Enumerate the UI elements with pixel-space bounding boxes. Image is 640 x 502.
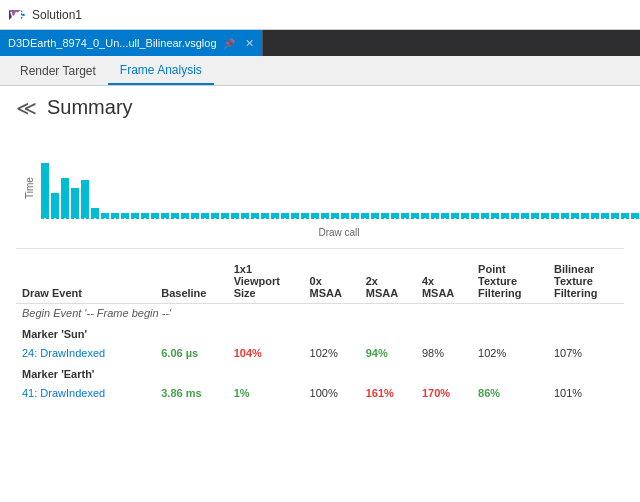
- chart-bar: [271, 213, 279, 218]
- chart-area: [41, 139, 640, 219]
- chart-bar: [211, 213, 219, 218]
- chart-bar: [281, 213, 289, 218]
- col-header-bilinear-filter: Bilinear Texture Filtering: [548, 259, 624, 304]
- table-body: Begin Event '-- Frame begin --'Marker 'S…: [16, 304, 624, 403]
- chart-bar: [81, 180, 89, 218]
- chart-bar: [561, 213, 569, 218]
- chart-bar: [541, 213, 549, 218]
- col-header-point-filter: Point Texture Filtering: [472, 259, 548, 304]
- baseline-cell: 6.06 µs: [155, 344, 227, 362]
- chart-container: Time Draw call: [24, 131, 624, 238]
- viewport-cell: 104%: [228, 344, 304, 362]
- chart-bar: [191, 213, 199, 218]
- col-header-draw-event: Draw Event: [16, 259, 155, 304]
- point-filter-cell: 102%: [472, 344, 548, 362]
- chart-bar: [461, 213, 469, 218]
- chart-bar: [311, 213, 319, 218]
- summary-title: Summary: [47, 96, 133, 119]
- chart-bar: [341, 213, 349, 218]
- chart-bar: [291, 213, 299, 218]
- chart-bar: [471, 213, 479, 218]
- chart-bar: [181, 213, 189, 218]
- chart-bar: [331, 213, 339, 218]
- chart-bar: [71, 188, 79, 218]
- file-tab-name: D3DEarth_8974_0_Un...ull_Bilinear.vsglog: [8, 37, 217, 49]
- chart-bar: [111, 213, 119, 218]
- chart-bar: [491, 213, 499, 218]
- draw-event-cell: 24: DrawIndexed: [16, 344, 155, 362]
- chart-bar: [431, 213, 439, 218]
- chart-bar: [91, 208, 99, 218]
- chart-bar: [151, 213, 159, 218]
- vs-logo-icon: VS: [8, 6, 26, 24]
- chart-bar: [351, 213, 359, 218]
- data-table: Draw Event Baseline 1x1 Viewport Size 0x…: [16, 259, 624, 402]
- baseline-cell: 3.86 ms: [155, 384, 227, 402]
- msaa4x-cell: 98%: [416, 344, 472, 362]
- section-label: Marker 'Sun': [16, 322, 624, 344]
- chart-bar: [441, 213, 449, 218]
- summary-header: ≪ Summary: [16, 96, 624, 119]
- chart-bar: [261, 213, 269, 218]
- chart-bar: [601, 213, 609, 218]
- bilinear-filter-cell: 107%: [548, 344, 624, 362]
- table-row: 41: DrawIndexed3.86 ms1%100%161%170%86%1…: [16, 384, 624, 402]
- point-filter-cell: 86%: [472, 384, 548, 402]
- msaa0x-cell: 100%: [304, 384, 360, 402]
- chart-bar: [531, 213, 539, 218]
- file-tab-close-button[interactable]: ✕: [245, 37, 254, 50]
- tab-frame-analysis[interactable]: Frame Analysis: [108, 56, 214, 85]
- chart-bar: [421, 213, 429, 218]
- app-title: Solution1: [32, 8, 82, 22]
- chart-bar: [241, 213, 249, 218]
- col-header-viewport: 1x1 Viewport Size: [228, 259, 304, 304]
- msaa0x-cell: 102%: [304, 344, 360, 362]
- chart-bar: [221, 213, 229, 218]
- chart-bar: [591, 213, 599, 218]
- chart-bar: [451, 213, 459, 218]
- chart-bar: [61, 178, 69, 218]
- title-bar: VS Solution1: [0, 0, 640, 30]
- chart-bar: [231, 213, 239, 218]
- chart-bar: [41, 163, 49, 218]
- chart-bar: [121, 213, 129, 218]
- tab-render-target[interactable]: Render Target: [8, 56, 108, 85]
- chart-bar: [511, 213, 519, 218]
- collapse-chevron-icon[interactable]: ≪: [16, 98, 37, 118]
- table-row: Marker 'Earth': [16, 362, 624, 384]
- chart-bar: [51, 193, 59, 218]
- file-tab[interactable]: D3DEarth_8974_0_Un...ull_Bilinear.vsglog…: [0, 30, 263, 56]
- chart-bar: [411, 213, 419, 218]
- table-row: 24: DrawIndexed6.06 µs104%102%94%98%102%…: [16, 344, 624, 362]
- msaa4x-cell: 170%: [416, 384, 472, 402]
- chart-bars: [41, 139, 640, 218]
- chart-bar: [171, 213, 179, 218]
- col-header-msaa4x: 4x MSAA: [416, 259, 472, 304]
- main-content: ≪ Summary Time Draw call Draw Event Base…: [0, 86, 640, 502]
- chart-bar: [101, 213, 109, 218]
- chart-bar: [201, 213, 209, 218]
- chart-bar: [371, 213, 379, 218]
- chart-bar: [381, 213, 389, 218]
- draw-event-link[interactable]: 41: DrawIndexed: [22, 387, 105, 399]
- chart-bar: [131, 213, 139, 218]
- draw-event-cell: 41: DrawIndexed: [16, 384, 155, 402]
- svg-text:VS: VS: [10, 10, 25, 22]
- chart-bar: [501, 213, 509, 218]
- msaa2x-cell: 161%: [360, 384, 416, 402]
- col-header-msaa2x: 2x MSAA: [360, 259, 416, 304]
- chart-bar: [521, 213, 529, 218]
- draw-event-link[interactable]: 24: DrawIndexed: [22, 347, 105, 359]
- chart-bar: [141, 213, 149, 218]
- chart-bar: [631, 213, 639, 218]
- col-header-msaa0x: 0x MSAA: [304, 259, 360, 304]
- viewport-cell: 1%: [228, 384, 304, 402]
- chart-bar: [481, 213, 489, 218]
- col-header-baseline: Baseline: [155, 259, 227, 304]
- msaa2x-cell: 94%: [360, 344, 416, 362]
- chart-bar: [611, 213, 619, 218]
- chart-bar: [551, 213, 559, 218]
- table-row: Begin Event '-- Frame begin --': [16, 304, 624, 323]
- chart-bar: [401, 213, 409, 218]
- chart-bar: [571, 213, 579, 218]
